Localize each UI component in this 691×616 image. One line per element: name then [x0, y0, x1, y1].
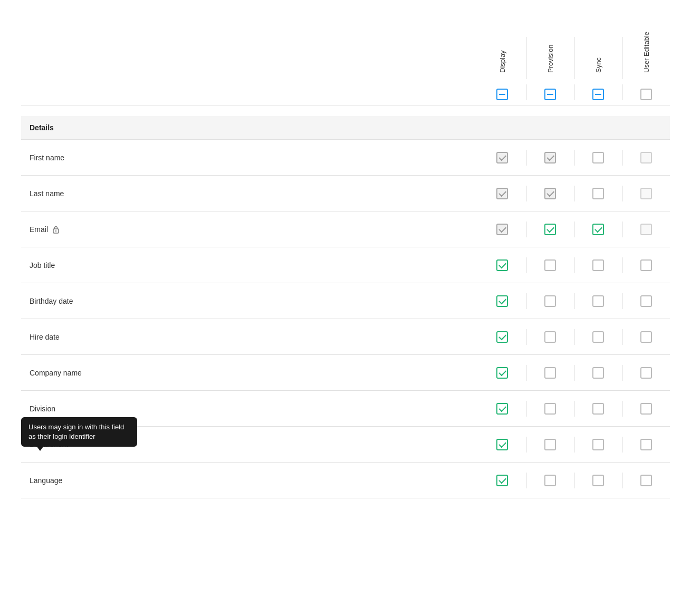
master-provision-checkbox[interactable]	[544, 89, 556, 100]
svg-point-1	[55, 230, 56, 231]
hire-date-label: Hire date	[30, 333, 60, 341]
last-name-sync-checkbox[interactable]	[592, 188, 604, 199]
first-name-display-checkbox[interactable]	[496, 152, 508, 163]
department-provision-checkbox[interactable]	[544, 439, 556, 450]
company-name-sync-checkbox[interactable]	[592, 367, 604, 379]
language-checks	[478, 473, 670, 488]
last-name-provision-checkbox[interactable]	[544, 188, 556, 199]
birthday-date-user-editable-checkbox[interactable]	[640, 295, 652, 307]
birthday-date-display-wrapper	[478, 295, 526, 307]
language-display-checkbox[interactable]	[496, 475, 508, 486]
field-name-department: Department	[21, 430, 478, 459]
department-user-editable-checkbox[interactable]	[640, 439, 652, 450]
hire-date-provision-checkbox[interactable]	[544, 331, 556, 343]
birthday-date-user-editable-wrapper	[622, 295, 670, 307]
row-language: Language	[21, 463, 670, 498]
job-title-sync-wrapper	[574, 259, 622, 271]
job-title-sync-checkbox[interactable]	[592, 259, 604, 271]
master-display-checkbox[interactable]	[496, 89, 508, 100]
last-name-provision-wrapper	[526, 188, 574, 199]
division-label: Division	[30, 405, 55, 413]
division-display-checkbox[interactable]	[496, 403, 508, 415]
company-name-display-checkbox[interactable]	[496, 367, 508, 379]
job-title-provision-checkbox[interactable]	[544, 259, 556, 271]
first-name-display-wrapper	[478, 152, 526, 163]
job-title-user-editable-checkbox[interactable]	[640, 259, 652, 271]
row-department: Department	[21, 427, 670, 463]
section-label-details: Details	[30, 123, 54, 132]
company-name-checks	[478, 365, 670, 381]
row-hire-date: Hire date	[21, 319, 670, 355]
hire-date-sync-checkbox[interactable]	[592, 331, 604, 343]
master-user-editable-checkbox[interactable]	[640, 89, 652, 100]
field-name-birthday-date: Birthday date	[21, 286, 478, 316]
language-provision-checkbox[interactable]	[544, 475, 556, 486]
company-name-provision-wrapper	[526, 367, 574, 379]
last-name-sync-wrapper	[574, 188, 622, 199]
job-title-display-wrapper	[478, 259, 526, 271]
division-sync-checkbox[interactable]	[592, 403, 604, 415]
master-checks-row	[21, 79, 670, 105]
field-name-division: Division	[21, 394, 478, 424]
sync-label: Sync	[594, 15, 602, 73]
provision-label: Provision	[546, 15, 554, 73]
email-user-editable-wrapper	[622, 224, 670, 235]
first-name-checks	[478, 150, 670, 166]
email-user-editable-checkbox[interactable]	[640, 224, 652, 235]
email-display-wrapper	[478, 224, 526, 235]
first-name-user-editable-checkbox[interactable]	[640, 152, 652, 163]
department-provision-wrapper	[526, 439, 574, 450]
email-provision-wrapper	[526, 224, 574, 235]
field-name-last-name: Last name	[21, 179, 478, 208]
field-name-language: Language	[21, 466, 478, 495]
col-header-provision: Provision	[526, 15, 574, 79]
department-display-checkbox[interactable]	[496, 439, 508, 450]
birthday-date-sync-checkbox[interactable]	[592, 295, 604, 307]
table-wrapper: Details First name	[0, 105, 691, 498]
field-name-job-title: Job title	[21, 251, 478, 280]
row-division: Division	[21, 391, 670, 427]
master-sync-cb-wrapper	[574, 89, 622, 100]
header-area: Display Provision Sync User Editable	[0, 0, 691, 105]
row-last-name: Last name	[21, 176, 670, 211]
last-name-label: Last name	[30, 189, 64, 198]
email-label: Email	[30, 225, 48, 234]
language-sync-checkbox[interactable]	[592, 475, 604, 486]
row-birthday-date: Birthday date	[21, 283, 670, 319]
birthday-date-provision-wrapper	[526, 295, 574, 307]
birthday-date-display-checkbox[interactable]	[496, 295, 508, 307]
hire-date-user-editable-checkbox[interactable]	[640, 331, 652, 343]
first-name-sync-wrapper	[574, 152, 622, 163]
first-name-sync-checkbox[interactable]	[592, 152, 604, 163]
display-label: Display	[498, 15, 506, 73]
department-sync-checkbox[interactable]	[592, 439, 604, 450]
division-provision-checkbox[interactable]	[544, 403, 556, 415]
row-email: Users may sign in with this field as the…	[21, 211, 670, 247]
company-name-sync-wrapper	[574, 367, 622, 379]
job-title-user-editable-wrapper	[622, 259, 670, 271]
email-display-checkbox[interactable]	[496, 224, 508, 235]
first-name-provision-checkbox[interactable]	[544, 152, 556, 163]
department-user-editable-wrapper	[622, 439, 670, 450]
company-name-provision-checkbox[interactable]	[544, 367, 556, 379]
section-header-details: Details	[21, 116, 670, 140]
hire-date-display-checkbox[interactable]	[496, 331, 508, 343]
division-sync-wrapper	[574, 403, 622, 415]
division-display-wrapper	[478, 403, 526, 415]
birthday-date-provision-checkbox[interactable]	[544, 295, 556, 307]
last-name-user-editable-checkbox[interactable]	[640, 188, 652, 199]
language-user-editable-checkbox[interactable]	[640, 475, 652, 486]
birthday-date-label: Birthday date	[30, 297, 73, 305]
hire-date-user-editable-wrapper	[622, 331, 670, 343]
master-sync-checkbox[interactable]	[592, 89, 604, 100]
language-sync-wrapper	[574, 475, 622, 486]
job-title-provision-wrapper	[526, 259, 574, 271]
job-title-display-checkbox[interactable]	[496, 259, 508, 271]
email-provision-checkbox[interactable]	[544, 224, 556, 235]
company-name-user-editable-checkbox[interactable]	[640, 367, 652, 379]
master-checkboxes	[478, 84, 670, 100]
division-user-editable-checkbox[interactable]	[640, 403, 652, 415]
division-user-editable-wrapper	[622, 403, 670, 415]
last-name-display-checkbox[interactable]	[496, 188, 508, 199]
email-sync-checkbox[interactable]	[592, 224, 604, 235]
